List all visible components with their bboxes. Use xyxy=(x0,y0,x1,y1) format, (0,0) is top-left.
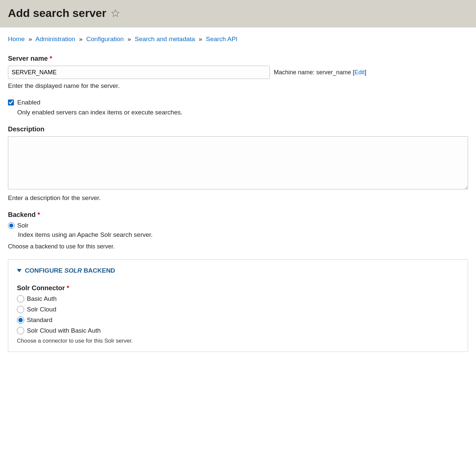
breadcrumb: Home » Administration » Configuration » … xyxy=(8,35,468,43)
breadcrumb-separator: » xyxy=(128,35,131,42)
breadcrumb-separator: » xyxy=(79,35,83,42)
backend-solr-label: Solr xyxy=(17,222,29,229)
triangle-down-icon xyxy=(17,269,22,272)
page-title: Add search server xyxy=(8,7,106,20)
connector-standard-label: Standard xyxy=(27,316,52,324)
server-name-help: Enter the displayed name for the server. xyxy=(8,82,468,90)
breadcrumb-separator: » xyxy=(199,35,202,42)
connector-solr-cloud-radio[interactable] xyxy=(17,306,24,313)
description-help: Enter a description for the server. xyxy=(8,194,468,202)
svg-marker-0 xyxy=(112,10,119,17)
backend-solr-help: Index items using an Apache Solr search … xyxy=(18,231,468,238)
solr-backend-fieldset: CONFIGURE SOLR BACKEND Solr Connector * … xyxy=(8,259,468,352)
backend-help: Choose a backend to use for this server. xyxy=(8,243,468,250)
description-label: Description xyxy=(8,125,44,133)
description-textarea[interactable] xyxy=(8,136,468,189)
required-marker: * xyxy=(67,284,69,292)
solr-connector-label: Solr Connector * xyxy=(17,284,69,292)
solr-connector-help: Choose a connector to use for this Solr … xyxy=(17,338,459,344)
star-icon[interactable] xyxy=(111,9,120,18)
backend-solr-radio[interactable] xyxy=(8,222,15,229)
server-name-input[interactable] xyxy=(8,66,270,79)
machine-name-edit-link[interactable]: Edit xyxy=(354,69,365,76)
connector-solr-cloud-basic-auth-radio[interactable] xyxy=(17,327,24,334)
breadcrumb-home[interactable]: Home xyxy=(8,35,25,42)
required-marker: * xyxy=(50,55,52,62)
description-field-group: Description Enter a description for the … xyxy=(8,125,468,202)
machine-name-display: Machine name: server_name [Edit] xyxy=(274,69,366,76)
enabled-field-group: Enabled Only enabled servers can index i… xyxy=(8,99,468,116)
connector-basic-auth-label: Basic Auth xyxy=(27,295,57,302)
backend-field-group: Backend * Solr Index items using an Apac… xyxy=(8,211,468,250)
enabled-help: Only enabled servers can index items or … xyxy=(17,109,468,116)
breadcrumb-search-metadata[interactable]: Search and metadata xyxy=(135,35,195,42)
connector-solr-cloud-basic-auth-label: Solr Cloud with Basic Auth xyxy=(27,327,101,334)
solr-connector-field-group: Solr Connector * Basic Auth Solr Cloud S… xyxy=(17,284,459,344)
breadcrumb-configuration[interactable]: Configuration xyxy=(86,35,124,42)
page-header: Add search server xyxy=(0,0,476,28)
connector-basic-auth-radio[interactable] xyxy=(17,295,24,302)
breadcrumb-administration[interactable]: Administration xyxy=(35,35,75,42)
enabled-label: Enabled xyxy=(17,99,40,106)
required-marker: * xyxy=(37,211,40,218)
backend-label: Backend * xyxy=(8,211,40,219)
server-name-label: Server name * xyxy=(8,55,52,62)
connector-standard-radio[interactable] xyxy=(17,316,24,324)
solr-backend-legend[interactable]: CONFIGURE SOLR BACKEND xyxy=(17,267,459,274)
content-area: Home » Administration » Configuration » … xyxy=(0,28,476,360)
breadcrumb-separator: » xyxy=(29,35,32,42)
connector-solr-cloud-label: Solr Cloud xyxy=(27,306,56,313)
enabled-checkbox[interactable] xyxy=(8,99,14,105)
server-name-field-group: Server name * Machine name: server_name … xyxy=(8,55,468,90)
breadcrumb-search-api[interactable]: Search API xyxy=(206,35,237,42)
